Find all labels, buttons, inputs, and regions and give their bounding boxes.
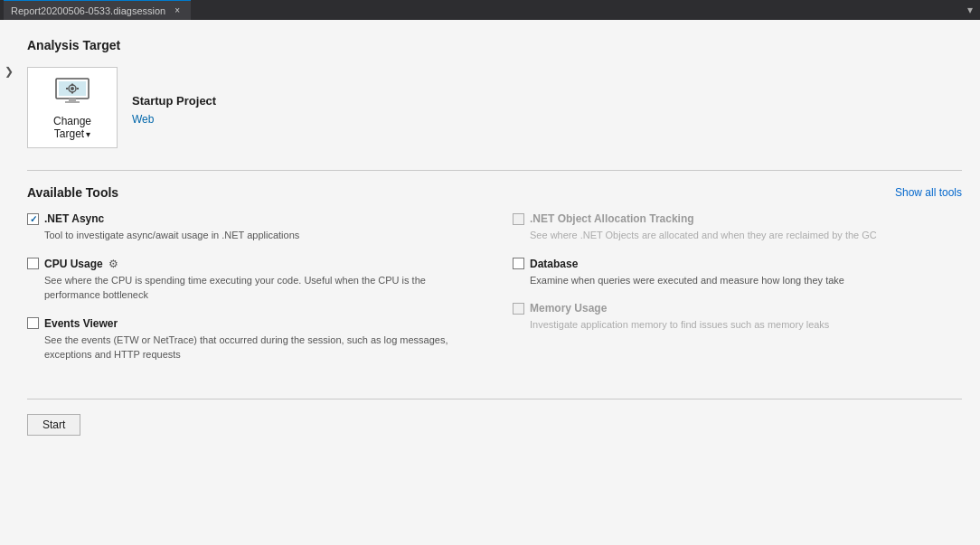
tool-name-memory-usage: Memory Usage	[530, 302, 607, 315]
checkbox-cpu-usage[interactable]	[27, 258, 39, 269]
show-all-tools-link[interactable]: Show all tools	[895, 186, 962, 199]
title-bar: Report20200506-0533.diagsession × ▾	[0, 0, 980, 20]
checkbox-memory-usage[interactable]	[513, 303, 524, 315]
title-bar-left: Report20200506-0533.diagsession ×	[4, 0, 191, 20]
target-dropdown-arrow: ▾	[86, 129, 90, 139]
section-divider-1	[27, 170, 962, 171]
tool-item-memory-usage: Memory Usage Investigate application mem…	[513, 302, 962, 333]
change-target-button[interactable]: Change Target ▾	[27, 67, 118, 148]
tools-left-column: .NET Async Tool to investigate async/awa…	[27, 212, 476, 377]
title-bar-arrow[interactable]: ▾	[964, 2, 976, 18]
svg-rect-6	[71, 84, 73, 86]
tool-header-database: Database	[513, 258, 962, 270]
gear-icon-cpu[interactable]: ⚙	[108, 258, 118, 270]
tool-header-events-viewer: Events Viewer	[27, 317, 476, 330]
tool-desc-net-object-allocation: See where .NET Objects are allocated and…	[530, 228, 962, 243]
svg-rect-3	[65, 101, 80, 103]
start-button[interactable]: Start	[27, 414, 80, 436]
svg-rect-2	[69, 99, 76, 101]
tab-close-button[interactable]: ×	[171, 5, 184, 17]
checkbox-net-async[interactable]	[27, 213, 39, 225]
tool-item-cpu-usage: CPU Usage ⚙ See where the CPU is spendin…	[27, 258, 476, 303]
tools-right-column: .NET Object Allocation Tracking See wher…	[513, 212, 962, 377]
tool-desc-memory-usage: Investigate application memory to find i…	[530, 317, 962, 333]
tool-name-cpu-usage: CPU Usage	[44, 258, 103, 270]
tab[interactable]: Report20200506-0533.diagsession ×	[4, 0, 191, 20]
startup-project-title: Startup Project	[132, 94, 216, 108]
tab-label: Report20200506-0533.diagsession	[11, 5, 165, 16]
analysis-target-title: Analysis Target	[27, 38, 962, 52]
tool-header-memory-usage: Memory Usage	[513, 302, 962, 315]
tool-header-net-object-allocation: .NET Object Allocation Tracking	[513, 212, 962, 225]
start-section: Start	[27, 399, 962, 436]
main-content: ❯ Analysis Target	[0, 20, 980, 545]
tool-desc-database: Examine when queries were executed and m…	[530, 273, 962, 288]
tool-desc-cpu-usage: See where the CPU is spending time execu…	[44, 273, 476, 303]
target-icon	[51, 75, 94, 111]
tool-header-net-async: .NET Async	[27, 212, 476, 225]
tool-desc-net-async: Tool to investigate async/await usage in…	[44, 228, 476, 243]
startup-project-name: Web	[132, 113, 216, 126]
tool-name-net-object-allocation: .NET Object Allocation Tracking	[530, 212, 694, 225]
tool-item-events-viewer: Events Viewer See the events (ETW or Net…	[27, 317, 476, 362]
svg-rect-8	[77, 88, 79, 89]
target-label-row: Target ▾	[54, 127, 90, 140]
target-row: Change Target ▾ Startup Project Web	[27, 67, 962, 152]
svg-rect-7	[71, 92, 73, 94]
tools-grid: .NET Async Tool to investigate async/awa…	[27, 212, 962, 377]
tool-name-events-viewer: Events Viewer	[44, 317, 118, 330]
svg-point-5	[71, 87, 74, 90]
tool-item-net-object-allocation: .NET Object Allocation Tracking See wher…	[513, 212, 962, 243]
title-bar-right: ▾	[964, 2, 976, 18]
change-label: Change	[53, 115, 91, 127]
monitor-gear-svg	[54, 77, 90, 109]
tool-name-net-async: .NET Async	[44, 212, 104, 225]
change-target-label: Change	[53, 115, 91, 127]
checkbox-events-viewer[interactable]	[27, 317, 39, 329]
tools-header: Available Tools Show all tools	[27, 185, 962, 200]
tool-item-net-async: .NET Async Tool to investigate async/awa…	[27, 212, 476, 243]
target-word: Target	[54, 127, 84, 140]
tool-name-database: Database	[530, 258, 578, 270]
content-area: Analysis Target	[18, 20, 980, 545]
svg-rect-9	[66, 88, 68, 89]
tool-item-database: Database Examine when queries were execu…	[513, 258, 962, 288]
checkbox-database[interactable]	[513, 258, 524, 269]
tool-desc-events-viewer: See the events (ETW or NetTrace) that oc…	[44, 333, 476, 362]
checkbox-net-object-allocation[interactable]	[513, 213, 524, 225]
collapse-arrow[interactable]: ❯	[0, 20, 18, 545]
available-tools-title: Available Tools	[27, 185, 118, 200]
startup-info: Startup Project Web	[132, 94, 216, 126]
tool-header-cpu-usage: CPU Usage ⚙	[27, 258, 476, 270]
